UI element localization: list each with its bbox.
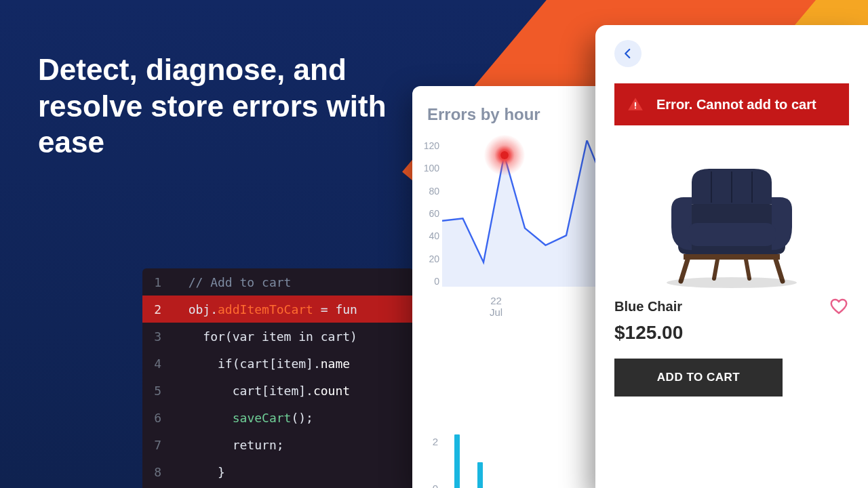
y-axis-tick: 80 (412, 186, 439, 197)
line-number: 8 (142, 465, 174, 479)
y-axis-tick: 0 (412, 276, 439, 287)
y-axis-tick: 120 (412, 140, 439, 151)
heart-icon[interactable] (829, 296, 849, 317)
product-price: $125.00 (614, 322, 849, 344)
line-number: 6 (142, 411, 174, 425)
y-axis-tick: 0 (419, 483, 438, 488)
code-text: for(var item in cart) (174, 329, 357, 344)
y-axis-tick: 20 (412, 253, 439, 264)
x-axis-tick: 22 Jul (490, 295, 502, 319)
code-line: 8 } (142, 458, 414, 485)
svg-rect-1 (635, 107, 636, 108)
line-number: 5 (142, 384, 174, 398)
svg-point-7 (667, 277, 797, 288)
code-line: 7 return; (142, 431, 414, 458)
headline: Detect, diagnose, and resolve store erro… (38, 52, 391, 161)
line-number: 4 (142, 357, 174, 371)
y-axis-tick: 2 (419, 436, 438, 447)
code-text: } (174, 465, 225, 479)
chart-title: Errors by hour (427, 105, 608, 124)
code-editor-panel: 1 // Add to cart2 obj.addItemToCart = fu… (142, 268, 414, 488)
code-text: if(cart[item].name (174, 357, 350, 371)
y-axis-tick: 60 (412, 208, 439, 219)
code-text: saveCart(); (174, 411, 313, 425)
warning-triangle-icon (627, 96, 644, 113)
svg-rect-6 (684, 254, 780, 260)
line-chart-plot: 22 Jul (442, 140, 608, 287)
line-number: 3 (142, 329, 174, 344)
line-chart: 120100806040200 22 Jul (427, 140, 608, 287)
add-to-cart-button[interactable]: ADD TO CART (614, 359, 783, 396)
code-line: 6 saveCart(); (142, 404, 414, 431)
code-line: 2 obj.addItemToCart = fun (142, 296, 414, 323)
code-text: obj.addItemToCart = fun (174, 302, 357, 317)
error-banner-text: Error. Cannot add to cart (656, 97, 816, 113)
bar-sparkline: 20 (422, 432, 612, 488)
bar (454, 434, 460, 488)
line-number: 1 (142, 275, 174, 289)
errors-chart-card: Errors by hour 120100806040200 22 Jul 20 (412, 86, 623, 488)
product-card: Error. Cannot add to cart (595, 25, 868, 488)
bar (477, 462, 483, 489)
svg-rect-5 (688, 223, 776, 246)
line-number: 7 (142, 438, 174, 452)
code-line: 5 cart[item].count (142, 377, 414, 404)
code-text: return; (174, 438, 284, 452)
code-line: 4 if(cart[item].name (142, 350, 414, 377)
error-banner: Error. Cannot add to cart (614, 83, 849, 125)
code-text: cart[item].count (174, 384, 350, 398)
code-text: // Add to cart (174, 275, 291, 289)
marketing-stage: Detect, diagnose, and resolve store erro… (0, 0, 868, 488)
line-number: 2 (142, 302, 174, 317)
product-image (614, 125, 849, 292)
code-line: 1 // Add to cart (142, 268, 414, 296)
product-name: Blue Chair (614, 299, 682, 314)
svg-rect-0 (635, 102, 636, 107)
chevron-left-icon (622, 47, 634, 60)
y-axis-tick: 100 (412, 163, 439, 174)
back-button[interactable] (614, 40, 642, 67)
y-axis-tick: 40 (412, 230, 439, 241)
code-line: 3 for(var item in cart) (142, 323, 414, 350)
